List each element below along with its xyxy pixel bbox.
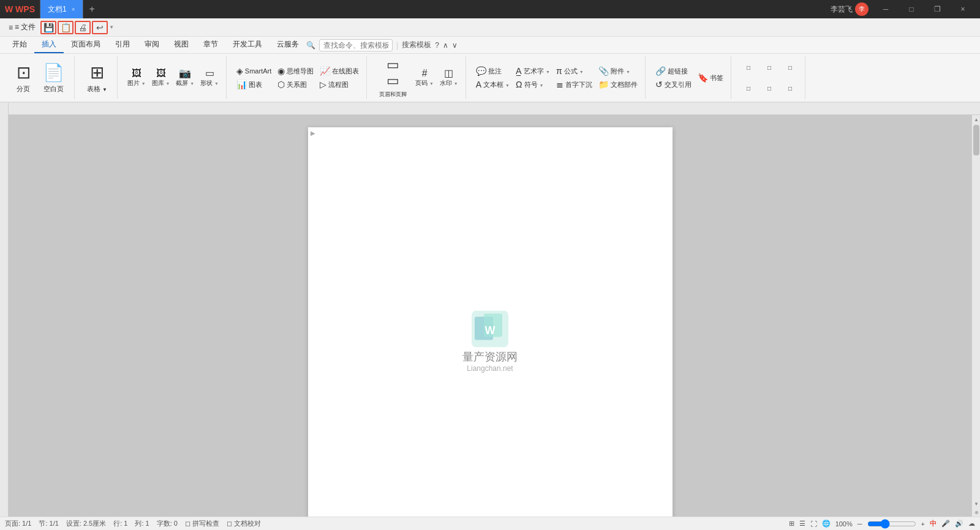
microphone-icon[interactable]: 🎤	[941, 520, 950, 528]
user-avatar[interactable]: 李	[855, 2, 869, 16]
document-tab[interactable]: 文档1 ×	[40, 0, 83, 18]
tab-review[interactable]: 审阅	[137, 37, 167, 53]
zoom-minus-button[interactable]: ─	[858, 520, 862, 528]
scroll-track	[972, 124, 980, 499]
page-num-button[interactable]: # 页码 ▼	[413, 67, 436, 89]
tab-chapter[interactable]: 章节	[196, 37, 225, 53]
print-button[interactable]: 🖨	[75, 21, 91, 34]
obj-icon-5: □	[767, 85, 771, 92]
tab-layout[interactable]: 页面布局	[64, 37, 108, 53]
crossref-button[interactable]: ↺ 交叉引用	[653, 78, 694, 91]
blank-page-icon: 📄	[43, 62, 64, 83]
hamburger-menu[interactable]: ≡ ≡ 文件	[5, 21, 39, 34]
hyperlink-button[interactable]: 🔗 超链接	[653, 65, 694, 77]
chart-button[interactable]: 📊 图表	[234, 78, 274, 91]
obj-btn-5[interactable]: □	[760, 84, 779, 93]
speaker-icon[interactable]: 🔊	[955, 520, 963, 528]
spell-check[interactable]: ◻ 拼写检查	[185, 519, 219, 528]
obj-btn-1[interactable]: □	[739, 63, 758, 72]
online-chart-button[interactable]: 📈 在线图表	[317, 65, 361, 77]
shape-label: 形状 ▼	[200, 79, 219, 88]
file-menu-label[interactable]: ≡ 文件	[15, 22, 36, 32]
tab-cloud[interactable]: 云服务	[270, 37, 306, 53]
view-mode-2[interactable]: ☰	[799, 520, 805, 528]
word-count: 字数: 0	[157, 519, 178, 528]
dropcap-button[interactable]: ≣ 首字下沉	[554, 78, 595, 91]
document-scroll-area[interactable]: ▶ W 量产资源网 Liangchan.net	[9, 115, 971, 517]
mindmap-button[interactable]: ◉ 思维导图	[275, 65, 316, 77]
view-mode-1[interactable]: ⊞	[789, 520, 794, 528]
page-break-label: 分页	[17, 84, 30, 94]
blank-page-button[interactable]: 📄 空白页	[38, 59, 69, 96]
comment-button[interactable]: 💬 批注	[473, 65, 512, 77]
watermark-area: W 量产资源网 Liangchan.net	[462, 311, 518, 373]
zoom-plus-button[interactable]: +	[921, 520, 925, 528]
save-button[interactable]: 💾	[40, 21, 56, 34]
doc-part-label: 文档部件	[611, 80, 638, 89]
lang-indicator[interactable]: 中	[930, 519, 937, 528]
fullscreen-button[interactable]: ⛶	[810, 520, 817, 528]
screenshot-button[interactable]: 📷 截屏 ▼	[173, 67, 197, 89]
picture-button[interactable]: 🖼 图片 ▼	[125, 67, 148, 89]
ribbon-group-objects: □ □ □ □ □ □	[734, 56, 805, 99]
zoom-slider[interactable]	[867, 519, 916, 529]
cloud-status-icon[interactable]: ☁	[968, 520, 975, 528]
add-tab-button[interactable]: +	[86, 4, 99, 15]
obj-btn-2[interactable]: □	[760, 63, 779, 72]
smartart-label: SmartArt	[245, 67, 271, 75]
relation-button[interactable]: ⬡ 关系图	[275, 78, 316, 91]
window-controls: ─ □ ❐ ×	[873, 0, 975, 18]
image-lib-button[interactable]: 🖼 图库 ▼	[149, 67, 173, 89]
header-footer-label: 页眉和页脚	[379, 91, 407, 99]
maximize-button[interactable]: □	[899, 0, 924, 18]
obj-btn-6[interactable]: □	[780, 84, 800, 93]
tab-reference[interactable]: 引用	[108, 37, 137, 53]
close-tab-button[interactable]: ×	[72, 6, 75, 13]
obj-icon-3: □	[788, 64, 792, 71]
template-button[interactable]: 📋	[58, 21, 74, 34]
watermark-button[interactable]: ◫ 水印 ▼	[437, 67, 461, 89]
collapse-button[interactable]: ∧	[443, 41, 448, 50]
dropcap-label: 首字下沉	[565, 80, 592, 89]
attachment-button[interactable]: 📎 附件 ▼	[596, 65, 640, 77]
header-footer-button[interactable]: ▭▭ 页眉和页脚	[374, 59, 412, 96]
tab-insert[interactable]: 插入	[34, 37, 64, 53]
watermark-brand: 量产资源网	[462, 349, 518, 364]
bookmark-button[interactable]: 🔖 书签	[695, 72, 726, 84]
search-separator: |	[396, 41, 398, 50]
smartart-button[interactable]: ◈ SmartArt	[234, 65, 274, 77]
symbol-button[interactable]: Ω 符号 ▼	[513, 78, 552, 91]
restore-button[interactable]: ❐	[925, 0, 949, 18]
art-text-button[interactable]: A̲ 艺术字 ▼	[513, 65, 552, 77]
obj-btn-4[interactable]: □	[739, 84, 758, 93]
tab-devtools[interactable]: 开发工具	[225, 37, 270, 53]
ribbon-group-text: 💬 批注 A 文本框 ▼ A̲ 艺术字 ▼ Ω 符号 ▼	[469, 56, 646, 99]
obj-btn-3[interactable]: □	[780, 63, 800, 72]
flowchart-button[interactable]: ▷ 流程图	[317, 78, 361, 91]
language-button[interactable]: 🌐	[822, 520, 831, 528]
quick-toolbar-dropdown[interactable]: ▼	[109, 24, 114, 30]
doc-review[interactable]: ◻ 文档校对	[227, 519, 261, 528]
tab-home[interactable]: 开始	[5, 37, 34, 53]
shape-button[interactable]: ▭ 形状 ▼	[198, 67, 221, 89]
bookmark-icon: 🔖	[698, 73, 708, 83]
search-input[interactable]	[319, 39, 393, 51]
undo-button[interactable]: ↩	[92, 21, 108, 34]
search-template-label[interactable]: 搜索模板	[402, 40, 431, 50]
textbox-button[interactable]: A 文本框 ▼	[473, 78, 512, 91]
scroll-up-button[interactable]: ▲	[972, 115, 980, 124]
obj-icon-6: □	[788, 85, 792, 92]
expand-button[interactable]: ∨	[452, 41, 458, 50]
scroll-down-button[interactable]: ▼	[972, 499, 980, 508]
formula-button[interactable]: π 公式 ▼	[554, 65, 595, 77]
table-button[interactable]: ⊞ 表格 ▼	[82, 59, 112, 96]
expand-view-button[interactable]: ⊕	[972, 508, 980, 517]
minimize-button[interactable]: ─	[873, 0, 898, 18]
crossref-label: 交叉引用	[665, 80, 692, 89]
doc-part-button[interactable]: 📁 文档部件	[596, 78, 640, 91]
page-break-button[interactable]: ⊡ 分页	[10, 59, 37, 96]
page-break-icon: ⊡	[17, 62, 31, 83]
close-button[interactable]: ×	[951, 0, 975, 18]
help-button[interactable]: ?	[435, 41, 439, 50]
tab-view[interactable]: 视图	[167, 37, 196, 53]
